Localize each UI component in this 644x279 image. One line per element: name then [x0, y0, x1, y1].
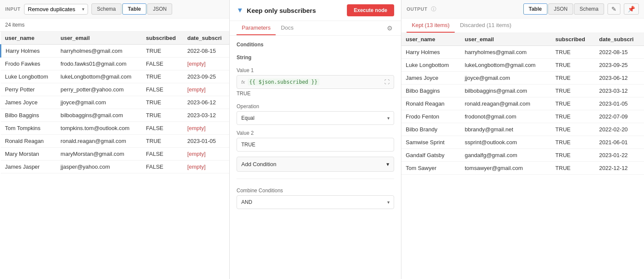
- table-row: James Joycejjoyce@gmail.comTRUE2023-06-1…: [401, 72, 644, 85]
- cell-user_email: bilbobaggins@gmail.com: [461, 85, 551, 97]
- table-row: Bilbo Bagginsbilbobaggins@gmail.comTRUE2…: [1, 109, 230, 122]
- cell-date_subscri: 2023-03-12: [183, 109, 229, 122]
- tab-parameters[interactable]: Parameters: [237, 21, 276, 35]
- cell-user_email: gandalfg@gmail.com: [461, 149, 551, 162]
- cell-date_subscri: [empty]: [183, 58, 229, 70]
- tab-docs[interactable]: Docs: [276, 21, 299, 35]
- cell-user_email: perry_potter@yahoo.com: [56, 83, 142, 96]
- edit-icon-button[interactable]: ✎: [608, 3, 620, 15]
- cell-date_subscri: 2023-03-12: [595, 85, 644, 97]
- cell-subscribed: FALSE: [142, 83, 183, 96]
- table-row: Mary MorstanmaryMorstan@gmail.comFALSE[e…: [1, 148, 230, 161]
- table-row: Ronald Reaganronald.reagan@gmail.comTRUE…: [1, 135, 230, 148]
- cell-user_email: harryholmes@gmail.com: [461, 46, 551, 59]
- table-row: James Joycejjoyce@gmail.comTRUE2023-06-1…: [1, 96, 230, 109]
- right-col-date_subscri: date_subscri: [595, 33, 644, 46]
- table-row: Luke LongbottomlukeLongbottom@gmail.comT…: [401, 59, 644, 72]
- view-tab-json[interactable]: JSON: [548, 3, 573, 15]
- operation-select-wrapper[interactable]: Equal Not Equal Contains Greater Than Le…: [237, 111, 394, 125]
- value1-label: Value 1: [237, 67, 394, 73]
- cell-date_subscri: 2023-01-22: [595, 149, 644, 162]
- table-row: James Jasperjjasper@yahoo.comFALSE[empty…: [1, 161, 230, 173]
- input-dropdown[interactable]: Remove duplicates: [24, 4, 88, 15]
- cell-user_name: Ronald Reagan: [401, 97, 461, 110]
- cell-user_email: frodonot@gmail.com: [461, 110, 551, 123]
- value1-section: Value 1 fx {{ $json.subscribed }} ⛶ TRUE: [237, 67, 394, 98]
- cell-subscribed: FALSE: [142, 148, 183, 161]
- filter-icon: ▼: [237, 6, 243, 14]
- cell-user_name: James Joyce: [1, 96, 57, 109]
- view-tab-schema[interactable]: Schema: [574, 3, 604, 15]
- cell-subscribed: TRUE: [551, 136, 595, 149]
- table-row: Gandalf Gatsbygandalfg@gmail.comTRUE2023…: [401, 149, 644, 162]
- table-row: Tom Tompkinstompkins.tom@outlook.comFALS…: [1, 122, 230, 135]
- add-condition-button[interactable]: Add Condition ▾: [237, 157, 394, 172]
- cell-date_subscri: 2023-06-12: [183, 96, 229, 109]
- cell-user_name: Luke Longbottom: [1, 70, 57, 83]
- cell-date_subscri: 2023-01-05: [595, 97, 644, 110]
- cell-user_name: Tom Sawyer: [401, 162, 461, 175]
- cell-date_subscri: 2022-08-15: [595, 46, 644, 59]
- info-icon[interactable]: ⓘ: [431, 6, 436, 13]
- cell-user_name: Gandalf Gatsby: [401, 149, 461, 162]
- right-col-subscribed: subscribed: [551, 33, 595, 46]
- middle-panel: ▼ Keep only subscribers Execute node Par…: [230, 0, 401, 279]
- cell-user_email: ronald.reagan@gmail.com: [461, 97, 551, 110]
- combine-select[interactable]: AND OR: [237, 195, 394, 209]
- cell-user_name: Tom Tompkins: [1, 122, 57, 135]
- cell-date_subscri: 2023-09-25: [595, 59, 644, 72]
- operation-label: Operation: [237, 103, 394, 109]
- cell-user_name: Frodo Fawkes: [1, 58, 57, 70]
- cell-user_email: lukeLongbottom@gmail.com: [461, 59, 551, 72]
- cell-date_subscri: 2022-02-20: [595, 123, 644, 136]
- cell-user_name: Harry Holmes: [1, 45, 57, 58]
- operation-select[interactable]: Equal Not Equal Contains Greater Than Le…: [237, 111, 394, 125]
- cell-date_subscri: 2023-06-12: [595, 72, 644, 85]
- right-col-user_email: user_email: [461, 33, 551, 46]
- divider: [237, 179, 394, 179]
- expand-icon[interactable]: ⛶: [384, 79, 389, 85]
- table-row: Tom Sawyertomsawyer@gmail.comTRUE2022-12…: [401, 162, 644, 175]
- execute-node-button[interactable]: Execute node: [347, 4, 394, 16]
- cell-subscribed: TRUE: [551, 110, 595, 123]
- cell-subscribed: TRUE: [551, 85, 595, 97]
- value1-code: {{ $json.subscribed }}: [248, 79, 319, 85]
- right-data-table: user_name user_email subscribed date_sub…: [401, 33, 644, 175]
- tab-json[interactable]: JSON: [147, 3, 172, 15]
- conditions-section: Conditions: [237, 42, 394, 49]
- cell-user_name: James Jasper: [1, 161, 57, 173]
- cell-user_email: bbrandy@gmail.net: [461, 123, 551, 136]
- combine-label: Combine Conditions: [237, 188, 394, 194]
- cell-user_email: jjoyce@gmail.com: [461, 72, 551, 85]
- output-label: OUTPUT: [407, 6, 428, 12]
- cell-date_subscri: 2022-12-12: [595, 162, 644, 175]
- view-tab-table[interactable]: Table: [523, 3, 547, 15]
- tab-schema[interactable]: Schema: [91, 3, 122, 15]
- cell-user_email: jjasper@yahoo.com: [56, 161, 142, 173]
- combine-select-wrapper[interactable]: AND OR: [237, 195, 394, 209]
- col-user_email: user_email: [56, 32, 142, 45]
- table-row: Frodo Fawkesfrodo.fawks01@gmail.comFALSE…: [1, 58, 230, 70]
- right-table-header: user_name user_email subscribed date_sub…: [401, 33, 644, 46]
- tab-kept[interactable]: Kept (13 items): [407, 18, 455, 33]
- cell-subscribed: TRUE: [551, 162, 595, 175]
- empty-value: [empty]: [187, 164, 206, 170]
- input-dropdown-wrapper[interactable]: Remove duplicates: [24, 4, 88, 15]
- middle-title-group: ▼ Keep only subscribers: [237, 6, 316, 14]
- table-row: Bilbo Brandybbrandy@gmail.netTRUE2022-02…: [401, 123, 644, 136]
- cell-date_subscri: 2022-08-15: [183, 45, 229, 58]
- table-row: Luke LongbottomlukeLongbottom@gmail.comT…: [1, 70, 230, 83]
- table-row: Ronald Reaganronald.reagan@gmail.comTRUE…: [401, 97, 644, 110]
- tab-discarded[interactable]: Discarded (11 items): [455, 18, 516, 33]
- cell-subscribed: TRUE: [142, 109, 183, 122]
- tab-table[interactable]: Table: [122, 3, 146, 15]
- input-label: INPUT: [5, 6, 21, 12]
- right-toolbar: OUTPUT ⓘ Table JSON Schema ✎ 📌: [401, 0, 644, 18]
- fx-icon: fx: [241, 79, 245, 85]
- pin-icon-button[interactable]: 📌: [624, 3, 639, 15]
- cell-user_name: Luke Longbottom: [401, 59, 461, 72]
- settings-gear-button[interactable]: ⚙: [385, 23, 394, 34]
- cell-user_name: Harry Holmes: [401, 46, 461, 59]
- value2-input[interactable]: [237, 138, 394, 152]
- cell-user_email: ssprint@outlook.com: [461, 136, 551, 149]
